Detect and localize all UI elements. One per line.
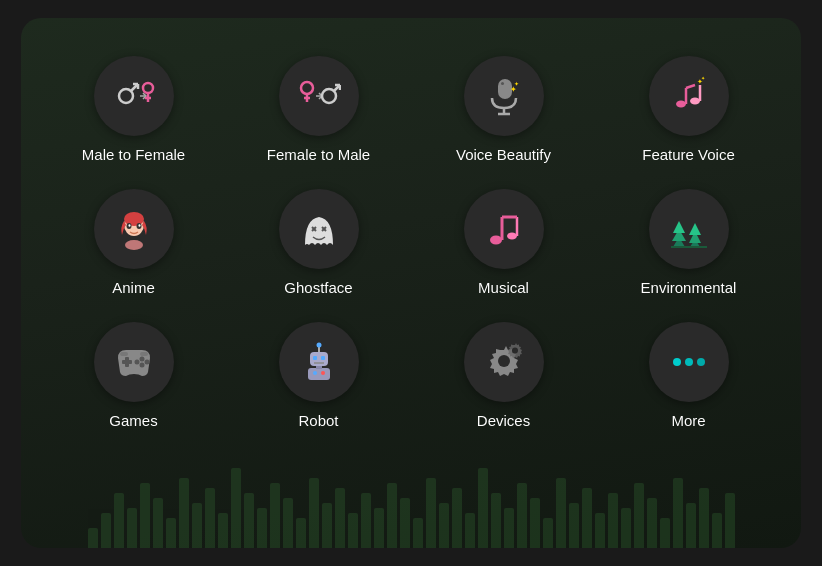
label-male-to-female: Male to Female: [82, 146, 185, 163]
label-games: Games: [109, 412, 157, 429]
icon-circle-ghostface: [279, 189, 359, 269]
svg-text:✦: ✦: [701, 75, 705, 81]
svg-point-57: [134, 360, 139, 365]
svg-rect-64: [321, 356, 325, 360]
label-female-to-male: Female to Male: [267, 146, 370, 163]
item-male-to-female[interactable]: Male to Female: [41, 48, 226, 171]
svg-rect-17: [501, 82, 504, 85]
icon-circle-more: [649, 322, 729, 402]
equalizer-background: [21, 468, 801, 548]
item-anime[interactable]: Anime: [41, 181, 226, 304]
item-musical[interactable]: Musical: [411, 181, 596, 304]
svg-point-55: [144, 360, 149, 365]
svg-line-24: [686, 85, 695, 88]
icon-circle-musical: [464, 189, 544, 269]
item-devices[interactable]: Devices: [411, 314, 596, 437]
main-panel: Male to Female: [21, 18, 801, 548]
icon-circle-robot: [279, 322, 359, 402]
svg-point-22: [676, 101, 686, 108]
item-feature-voice[interactable]: ✦ ✦ Feature Voice: [596, 48, 781, 171]
svg-rect-66: [308, 368, 330, 380]
label-voice-beautify: Voice Beautify: [456, 146, 551, 163]
label-feature-voice: Feature Voice: [642, 146, 735, 163]
icon-circle-female-to-male: [279, 56, 359, 136]
svg-point-56: [139, 363, 144, 368]
svg-point-71: [512, 348, 518, 354]
svg-rect-63: [313, 356, 317, 360]
item-environmental[interactable]: Environmental: [596, 181, 781, 304]
svg-point-73: [685, 358, 693, 366]
svg-marker-47: [673, 221, 685, 233]
item-female-to-male[interactable]: Female to Male: [226, 48, 411, 171]
svg-point-35: [125, 240, 143, 250]
svg-point-34: [138, 224, 140, 226]
svg-rect-53: [125, 357, 129, 367]
svg-point-67: [313, 371, 317, 375]
icon-circle-devices: [464, 322, 544, 402]
svg-point-12: [322, 89, 336, 103]
svg-point-40: [490, 236, 502, 245]
item-games[interactable]: Games: [41, 314, 226, 437]
item-more[interactable]: More: [596, 314, 781, 437]
svg-rect-69: [316, 366, 322, 369]
icon-circle-games: [94, 322, 174, 402]
item-ghostface[interactable]: Ghostface: [226, 181, 411, 304]
icon-circle-environmental: [649, 189, 729, 269]
svg-point-68: [321, 371, 325, 375]
svg-point-5: [143, 83, 153, 93]
svg-point-30: [124, 212, 144, 226]
svg-point-8: [301, 82, 313, 94]
icon-circle-anime: [94, 189, 174, 269]
svg-point-42: [507, 233, 517, 240]
voice-effects-grid: Male to Female: [41, 48, 781, 437]
svg-rect-59: [140, 352, 148, 356]
label-more: More: [671, 412, 705, 429]
svg-text:✦: ✦: [514, 81, 519, 87]
svg-point-0: [119, 89, 133, 103]
item-voice-beautify[interactable]: ✦ ✦ Voice Beautify: [411, 48, 596, 171]
icon-circle-feature-voice: ✦ ✦: [649, 56, 729, 136]
label-ghostface: Ghostface: [284, 279, 352, 296]
svg-point-72: [673, 358, 681, 366]
label-anime: Anime: [112, 279, 155, 296]
label-devices: Devices: [477, 412, 530, 429]
svg-rect-58: [120, 352, 128, 356]
svg-rect-62: [310, 352, 328, 366]
icon-circle-voice-beautify: ✦ ✦: [464, 56, 544, 136]
label-robot: Robot: [298, 412, 338, 429]
svg-marker-50: [689, 223, 701, 235]
label-musical: Musical: [478, 279, 529, 296]
svg-point-74: [697, 358, 705, 366]
svg-point-61: [316, 343, 321, 348]
icon-circle-male-to-female: [94, 56, 174, 136]
svg-point-25: [690, 98, 700, 105]
label-environmental: Environmental: [641, 279, 737, 296]
item-robot[interactable]: Robot: [226, 314, 411, 437]
svg-point-54: [139, 357, 144, 362]
svg-point-33: [128, 224, 130, 226]
svg-point-70: [498, 355, 510, 367]
